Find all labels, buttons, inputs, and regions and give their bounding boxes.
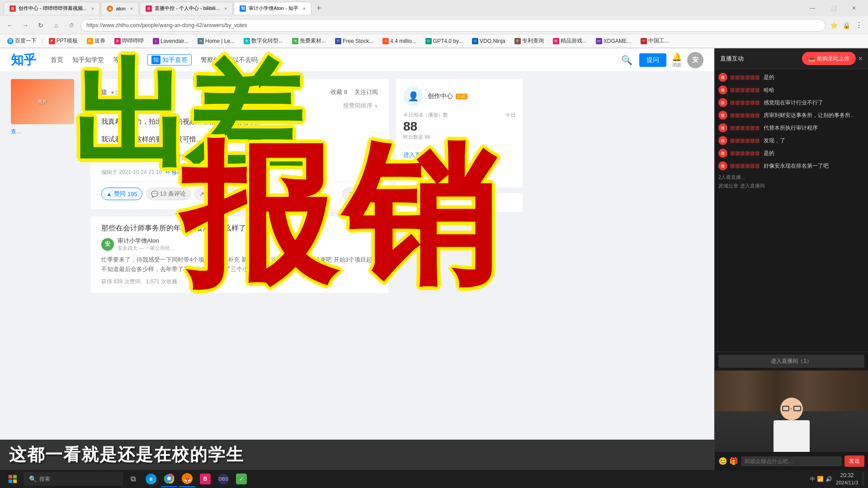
tab-3[interactable]: B 直播中控 - 个人中心 - bilibili... × xyxy=(140,2,233,14)
nav-answer[interactable]: 等你来答 xyxy=(113,56,138,64)
history-button[interactable]: ⏱ xyxy=(65,19,78,32)
back-button[interactable]: ← xyxy=(4,19,16,32)
nav-police[interactable]: 警察传唤可以不去吗 xyxy=(201,56,258,64)
question-excerpt: 忙季要来了，待我感受一下同时带4个项目，再做补充 新视频放在这里4.5，忙季快结… xyxy=(101,255,378,274)
upload-icon: 📤 xyxy=(808,56,815,62)
bookmark-stock[interactable]: F Free Stock... xyxy=(331,37,377,45)
taskbar-sys-tray: 中 📶 🔊 xyxy=(810,476,832,483)
live-panel-close[interactable]: × xyxy=(859,55,863,63)
live-upload-button[interactable]: 📤 抢购至此上传 xyxy=(802,52,856,65)
sort-row: 按赞同排序 ∨ xyxy=(101,102,378,110)
bm-sep-1: | xyxy=(42,38,43,43)
upvote-button[interactable]: ▲ 赞同 195 xyxy=(101,188,142,200)
start-button[interactable] xyxy=(4,472,22,486)
tab-4-title: 审计小学僧Aton - 知乎 xyxy=(249,5,298,12)
bookmark-home[interactable]: H Home | Le... xyxy=(194,37,238,45)
taskbar-task-view[interactable]: ⧉ xyxy=(125,471,141,487)
save-button[interactable]: ★ 收藏 xyxy=(226,188,255,200)
person-body xyxy=(774,420,810,452)
window-close[interactable]: ✕ xyxy=(844,1,864,15)
bookmark-patent[interactable]: 专 专利查询 xyxy=(511,36,547,46)
tab-2-close[interactable]: × xyxy=(130,6,133,11)
comment-button[interactable]: 💬 13 条评论 xyxy=(146,188,191,200)
achievement-label: 成 xyxy=(403,172,515,180)
bookmark-bili[interactable]: B 哔哔哔哔 xyxy=(111,36,147,46)
window-minimize[interactable]: — xyxy=(802,1,823,15)
edit-button[interactable]: ✏ 修改 xyxy=(165,168,183,176)
bookmark-game[interactable]: 精 精品游戏... xyxy=(549,36,590,46)
tab-2[interactable]: a aton × xyxy=(101,2,139,14)
bookmark-vdo[interactable]: V VDO.Ninja xyxy=(468,37,509,45)
taskbar-extra-1[interactable]: ✓ xyxy=(233,471,250,487)
stars: ★★★★★ xyxy=(403,163,430,169)
extension-icon-1[interactable]: ⭐ xyxy=(828,20,839,31)
extension-icon-3[interactable]: ⋮ xyxy=(854,20,864,31)
reload-button[interactable]: ↻ xyxy=(34,19,47,32)
bookmark-free[interactable]: 免 免费素材... xyxy=(288,36,330,46)
bookmark-gpt[interactable]: G GPT4.0 by... xyxy=(422,37,467,45)
tab-1-close[interactable]: × xyxy=(91,6,94,11)
yesterday-stat: 昨日数据 98 xyxy=(403,134,448,141)
emoji-icon[interactable]: 😊 xyxy=(718,457,727,465)
live-send-button[interactable]: 发送 xyxy=(844,455,864,467)
nav-direct-answer[interactable]: 知 知乎直答 xyxy=(147,54,192,66)
tab-4[interactable]: 知 审计小学僧Aton - 知乎 × xyxy=(234,2,311,14)
msg-text-6: 是的 xyxy=(764,150,774,156)
notification-bell[interactable]: 🔔 消息 xyxy=(672,52,682,68)
question-user-row: 安 审计小学僧Aton 安永四大 — 一家公司经... xyxy=(101,237,378,252)
question-meta: 获得 839 次赞同、1,671 次收藏 xyxy=(101,278,378,286)
user-avatar[interactable]: 安 xyxy=(687,52,703,68)
home-button[interactable]: ⌂ xyxy=(50,19,62,32)
bookmark-xdgame-label: XDGAME... xyxy=(604,38,632,44)
nav-home[interactable]: 首页 xyxy=(51,56,63,64)
bookmark-lav[interactable]: L Lavendair... xyxy=(149,37,192,45)
bookmark-patent-label: 专利查询 xyxy=(522,37,544,45)
taskbar-chrome[interactable] xyxy=(161,471,177,487)
question-title[interactable]: 那些在会计师事务所的年轻人最后都怎么样了？ xyxy=(101,224,378,233)
msg-text-3: 房审到财安达事务所，让别的事务所.. xyxy=(764,112,854,118)
show-desktop-button[interactable] xyxy=(862,472,864,486)
bookmark-ppt[interactable]: P PPT模板 xyxy=(45,36,81,46)
save-label: 收藏 xyxy=(239,190,250,198)
bookmark-coupon[interactable]: 券 送券 xyxy=(83,36,109,46)
taskbar-search-placeholder: 搜索 xyxy=(39,475,50,483)
tab-1[interactable]: B 创作中心 - 哔哔哔哔弹幕视频... × xyxy=(4,2,100,14)
enter-live-room-button[interactable]: 进入直播间（1） xyxy=(718,355,864,368)
sort-chevron[interactable]: ∨ xyxy=(374,103,378,109)
image-link[interactable]: 查... xyxy=(11,128,83,136)
taskbar-edge[interactable]: e xyxy=(143,471,159,487)
ask-button[interactable]: 提问 xyxy=(639,53,666,67)
volume-icon: 🔊 xyxy=(826,476,832,482)
bookmark-baidu[interactable]: 百 百度一下 xyxy=(4,36,40,46)
gift-icon[interactable]: 🎁 xyxy=(729,457,738,465)
search-icon[interactable]: 🔍 xyxy=(619,53,634,67)
taskbar-search-bar[interactable]: 🔍 搜索 xyxy=(24,472,123,486)
url-text: https://www.zhihu.com/people/wang-an-don… xyxy=(86,22,247,28)
live-chat-input[interactable] xyxy=(741,456,842,466)
new-tab-button[interactable]: + xyxy=(312,2,325,14)
nav-academy[interactable]: 知乎知学堂 xyxy=(72,56,104,64)
taskbar-obs[interactable]: OBS xyxy=(215,471,231,487)
bookmark-digital[interactable]: 数 数字化转型... xyxy=(240,36,287,46)
tab-4-close[interactable]: × xyxy=(303,6,306,11)
live-message-6: 嗷 嗷嗷嗷嗷嗷嗷 是的 xyxy=(718,149,864,158)
answer-line-1: 我真希望努力，拍出这样的视频，那点击量得嗷嗷的。 xyxy=(101,115,378,127)
bookmark-million[interactable]: 4 4.4 millio... xyxy=(379,37,420,45)
taskbar-firefox[interactable]: 🦊 xyxy=(179,471,195,487)
more-button[interactable]: ⋮ 收起 ∧ xyxy=(342,188,378,200)
today-read-stat: 今日阅读（播放）数 88 昨日数据 98 xyxy=(403,112,448,141)
address-input[interactable]: https://www.zhihu.com/people/wang-an-don… xyxy=(80,19,826,32)
forward-button[interactable]: → xyxy=(19,19,32,32)
svg-rect-0 xyxy=(9,475,12,479)
tab-3-close[interactable]: × xyxy=(224,6,227,11)
follow-label[interactable]: 关注订阅 xyxy=(354,88,378,96)
enter-live-link[interactable]: 进入直播间 xyxy=(403,151,433,159)
taskbar-bilibili[interactable]: B xyxy=(197,471,213,487)
extension-icon-2[interactable]: 🔒 xyxy=(841,20,852,31)
share-button[interactable]: ↗ 分享 xyxy=(194,188,223,200)
window-restore[interactable]: ⬜ xyxy=(823,1,844,15)
glasses xyxy=(782,406,801,411)
bookmark-china[interactable]: 中 中国工... xyxy=(637,36,673,46)
bookmark-xdgame[interactable]: XP XDGAME... xyxy=(592,37,635,45)
msg-avatar-1: 嗷 xyxy=(718,85,727,94)
